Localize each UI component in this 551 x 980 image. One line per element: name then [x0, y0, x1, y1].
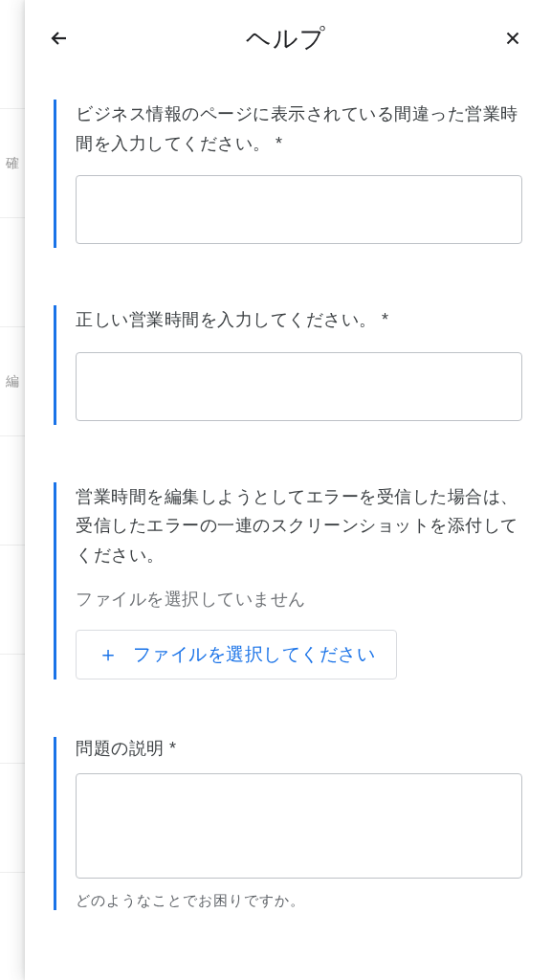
back-button[interactable] [40, 19, 78, 57]
file-button-label: ファイルを選択してください [133, 642, 376, 667]
wrong-hours-input[interactable] [76, 175, 522, 244]
close-button[interactable] [494, 19, 532, 57]
field-description: 問題の説明 * どのようなことでお困りですか。 [54, 737, 522, 910]
arrow-left-icon [48, 27, 71, 50]
field-wrong-hours: ビジネス情報のページに表示されている間違った営業時間を入力してください。 * [54, 100, 522, 248]
panel-title: ヘルプ [246, 22, 326, 56]
file-status-text: ファイルを選択していません [76, 588, 522, 611]
panel-header: ヘルプ [25, 0, 551, 77]
field-label: 正しい営業時間を入力してください。 * [76, 305, 522, 335]
field-label: 営業時間を編集しようとしてエラーを受信した場合は、受信したエラーの一連のスクリー… [76, 482, 522, 570]
field-screenshot: 営業時間を編集しようとしてエラーを受信した場合は、受信したエラーの一連のスクリー… [54, 482, 522, 679]
correct-hours-input[interactable] [76, 352, 522, 421]
field-correct-hours: 正しい営業時間を入力してください。 * [54, 305, 522, 425]
description-input[interactable] [76, 773, 522, 879]
field-helper-text: どのようなことでお困りですか。 [76, 892, 522, 910]
help-panel: ヘルプ ビジネス情報のページに表示されている間違った営業時間を入力してください。… [25, 0, 551, 980]
file-select-button[interactable]: ＋ ファイルを選択してください [76, 630, 397, 679]
plus-icon: ＋ [98, 644, 120, 665]
close-icon [502, 28, 523, 49]
form-content: ビジネス情報のページに表示されている間違った営業時間を入力してください。 * 正… [25, 77, 551, 980]
field-label: ビジネス情報のページに表示されている間違った営業時間を入力してください。 * [76, 100, 522, 158]
field-label: 問題の説明 * [76, 737, 522, 760]
